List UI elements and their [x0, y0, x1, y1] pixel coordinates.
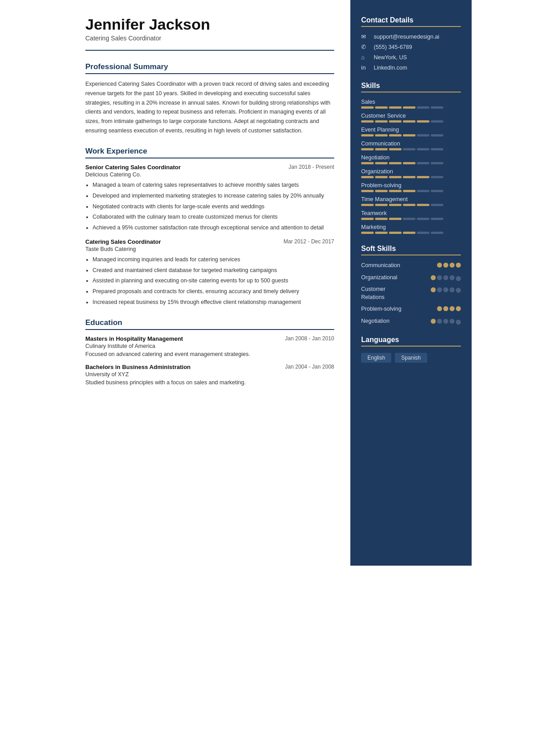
skill-segment [403, 218, 415, 220]
skill-segment [403, 162, 415, 164]
skill-segment [361, 190, 374, 192]
skill-segment [375, 120, 388, 123]
job-company: Taste Buds Catering [85, 246, 334, 252]
contact-icon: ✉ [361, 33, 370, 40]
soft-skill-item: Organizational [361, 274, 461, 282]
skill-segment [375, 162, 388, 164]
skill-name: Communication [361, 141, 461, 147]
languages-list: EnglishSpanish [361, 353, 461, 363]
resume-container: Jennifer Jackson Catering Sales Coordina… [67, 0, 472, 566]
skill-segment [375, 190, 388, 192]
skill-name: Customer Service [361, 113, 461, 119]
skill-segment [417, 218, 429, 220]
contact-item: inLinkedIn.com [361, 64, 461, 71]
soft-skill-name: Negotiation [361, 317, 431, 325]
skill-segment [389, 176, 402, 178]
skill-segment [403, 176, 415, 178]
edu-date: Jan 2008 - Jan 2010 [285, 335, 334, 342]
contact-section: Contact Details ✉support@resumedesign.ai… [361, 16, 461, 71]
education-title: Education [85, 318, 334, 330]
skill-name: Negotiation [361, 154, 461, 161]
experience-title: Work Experience [85, 147, 334, 158]
skill-segment [375, 106, 388, 109]
skill-segment [417, 134, 429, 136]
soft-skill-dot [437, 263, 442, 268]
soft-skill-item: Communication [361, 262, 461, 270]
language-tag: English [361, 353, 391, 363]
job-date: Mar 2012 - Dec 2017 [283, 238, 334, 245]
skill-item: Teamwork [361, 210, 461, 220]
soft-skill-dot [443, 275, 448, 280]
skill-name: Organization [361, 168, 461, 175]
contact-icon: ⌂ [361, 54, 370, 61]
job-bullet: Increased repeat business by 15% through… [93, 298, 334, 307]
languages-title: Languages [361, 336, 461, 347]
job-entry: Catering Sales Coordinator Mar 2012 - De… [85, 238, 334, 307]
education-entry: Bachelors in Business Administration Jan… [85, 364, 334, 386]
skill-segment [361, 176, 374, 178]
job-bullet: Created and maintained client database f… [93, 266, 334, 275]
job-entry: Senior Catering Sales Coordinator Jan 20… [85, 164, 334, 232]
skill-segment [375, 218, 388, 220]
skill-segment [375, 176, 388, 178]
skill-item: Communication [361, 141, 461, 150]
skill-segment [403, 232, 415, 234]
skill-segment [361, 162, 374, 164]
skill-bar [361, 190, 461, 192]
contact-item: ✆(555) 345-6789 [361, 44, 461, 50]
soft-skill-dot [431, 319, 436, 324]
right-column: Contact Details ✉support@resumedesign.ai… [350, 0, 472, 566]
soft-skill-dots [437, 305, 461, 311]
skill-segment [403, 190, 415, 192]
skill-segment [361, 148, 374, 150]
soft-skill-item: Problem-solving [361, 305, 461, 313]
job-header: Senior Catering Sales Coordinator Jan 20… [85, 164, 334, 171]
job-bullet: Developed and implemented marketing stra… [93, 192, 334, 200]
header-section: Jennifer Jackson Catering Sales Coordina… [85, 16, 334, 51]
skill-item: Negotiation [361, 154, 461, 164]
soft-skills-section: Soft Skills CommunicationOrganizationalC… [361, 245, 461, 325]
skill-segment [431, 232, 443, 234]
skill-segment [417, 190, 429, 192]
skill-segment [361, 134, 374, 136]
soft-skill-dot [456, 288, 461, 293]
contact-list: ✉support@resumedesign.ai✆(555) 345-6789⌂… [361, 33, 461, 71]
contact-icon: ✆ [361, 44, 370, 50]
skill-bar [361, 134, 461, 136]
contact-title: Contact Details [361, 16, 461, 27]
job-title: Senior Catering Sales Coordinator [85, 164, 181, 171]
soft-skill-dots [431, 274, 461, 281]
job-title: Catering Sales Coordinator [85, 238, 161, 245]
skill-segment [389, 162, 402, 164]
skill-segment [389, 232, 402, 234]
skill-segment [375, 134, 388, 136]
soft-skill-dot [456, 276, 461, 281]
language-tag: Spanish [395, 353, 427, 363]
summary-title: Professional Summary [85, 62, 334, 74]
soft-skill-dot [450, 319, 455, 324]
skill-item: Customer Service [361, 113, 461, 123]
edu-degree: Masters in Hospitality Management [85, 335, 183, 342]
skill-segment [403, 134, 415, 136]
job-bullet: Assisted in planning and executing on-si… [93, 277, 334, 285]
job-bullet: Negotiated contracts with clients for la… [93, 202, 334, 211]
skill-segment [403, 106, 415, 109]
skill-segment [389, 148, 402, 150]
skill-segment [361, 106, 374, 109]
soft-skill-dot [437, 275, 442, 280]
header-divider [85, 50, 334, 51]
skill-segment [417, 162, 429, 164]
contact-text: support@resumedesign.ai [374, 34, 439, 40]
education-entry: Masters in Hospitality Management Jan 20… [85, 335, 334, 357]
skill-segment [403, 120, 415, 123]
soft-skill-name: Problem-solving [361, 305, 437, 313]
skill-segment [375, 232, 388, 234]
skill-segment [431, 162, 443, 164]
soft-skill-name: CustomerRelations [361, 286, 431, 301]
skill-segment [389, 134, 402, 136]
education-list: Masters in Hospitality Management Jan 20… [85, 335, 334, 386]
skill-segment [431, 204, 443, 206]
skill-bar [361, 120, 461, 123]
soft-skill-dot [437, 319, 442, 324]
skill-bar [361, 106, 461, 109]
